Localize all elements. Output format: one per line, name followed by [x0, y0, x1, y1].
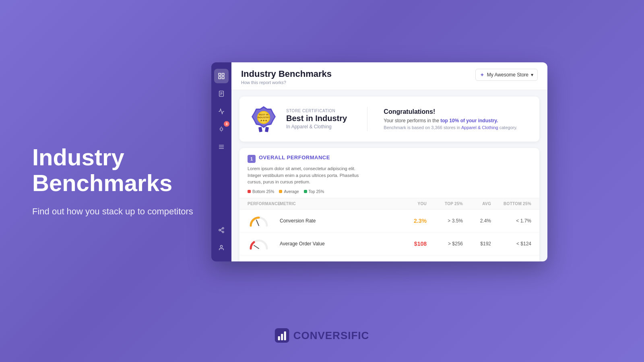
sidebar-icon-notification[interactable]: 3 — [214, 122, 229, 136]
gauge-conversion — [248, 214, 270, 228]
sidebar: 3 — [211, 62, 231, 261]
page-header: Industry Benchmarks How this report work… — [231, 62, 547, 90]
section1-title: OVERALL PERFORMANCE — [259, 154, 330, 160]
metric-avg: $192 — [463, 241, 491, 247]
sidebar-icon-user[interactable] — [214, 241, 229, 255]
svg-text:INDUSTRY: INDUSTRY — [258, 116, 270, 119]
legend-top25: Top 25% — [304, 189, 324, 194]
svg-rect-34 — [278, 336, 280, 340]
left-panel: Industry Benchmarks Find out how you sta… — [32, 144, 201, 218]
store-selector[interactable]: ✦ My Awesome Store ▾ — [475, 69, 538, 81]
legend-bottom25: Bottom 25% — [248, 189, 274, 194]
svg-rect-0 — [219, 73, 221, 75]
section1-number: 1 — [248, 155, 256, 163]
chevron-down-icon: ▾ — [531, 72, 533, 78]
sidebar-icon-list[interactable] — [214, 140, 229, 154]
svg-point-19 — [220, 245, 222, 247]
section-overall-performance: 1 OVERALL PERFORMANCE Lorem ipsum dolor … — [239, 148, 539, 261]
metric-bottom25: < $124 — [491, 241, 531, 247]
svg-point-16 — [222, 231, 224, 233]
cert-label: STORE CERTIFICATION — [286, 109, 359, 113]
svg-rect-27 — [258, 127, 262, 132]
sidebar-icon-chart[interactable] — [214, 69, 229, 83]
notification-badge: 3 — [224, 121, 229, 127]
metric-top25: > $256 — [427, 241, 463, 247]
hero-subtitle: Find out how you stack up to competitors — [32, 205, 201, 218]
sidebar-icon-activity[interactable] — [214, 104, 229, 119]
svg-rect-2 — [222, 77, 224, 79]
svg-rect-36 — [284, 331, 286, 340]
congrats-note: Benchmark is based on 3,366 stores in Ap… — [384, 125, 530, 130]
svg-line-17 — [221, 230, 223, 232]
svg-point-14 — [222, 227, 224, 229]
col-you: YOU — [394, 202, 427, 206]
svg-rect-28 — [265, 127, 269, 132]
certification-card: BEST IN INDUSTRY ★★★ STORE CERTIFICATION… — [239, 97, 539, 142]
svg-text:★★★: ★★★ — [260, 119, 267, 122]
section1-desc: Lorem ipsum dolor sit amet, consectetur … — [248, 165, 360, 185]
metric-you: 2.3% — [394, 218, 427, 224]
svg-line-29 — [256, 220, 259, 226]
store-name: My Awesome Store — [487, 72, 528, 78]
metric-bottom25: < 1.7% — [491, 218, 531, 224]
store-icon: ✦ — [480, 72, 485, 78]
section1-header: 1 OVERALL PERFORMANCE Lorem ipsum dolor … — [239, 148, 539, 198]
svg-line-18 — [221, 228, 223, 230]
cert-divider — [367, 107, 367, 131]
svg-text:BEST IN: BEST IN — [259, 113, 268, 116]
section1-legend: Bottom 25% Average Top 25% — [248, 189, 360, 198]
metric-avg: 2.4% — [463, 218, 491, 224]
cert-subtitle: In Apparel & Clothing — [286, 124, 359, 130]
main-content: Industry Benchmarks How this report work… — [231, 62, 547, 261]
metric-top25: > 3.5% — [427, 218, 463, 224]
svg-line-30 — [254, 245, 259, 249]
gauge-repeat — [248, 259, 270, 262]
gauge-aov — [248, 237, 270, 251]
metric-name: Conversion Rate — [280, 218, 394, 224]
table-row: Conversion Rate 2.3% > 3.5% 2.4% < 1.7% — [239, 210, 539, 232]
col-metric: METRIC — [280, 202, 394, 206]
metric-name: Average Order Value — [280, 241, 394, 247]
svg-rect-3 — [219, 77, 221, 79]
certification-badge: BEST IN INDUSTRY ★★★ — [249, 105, 278, 134]
congrats-text: Your store performs in the top 10% of yo… — [384, 118, 530, 123]
svg-point-15 — [219, 229, 221, 231]
app-window: 3 Industry Benchmark — [211, 62, 547, 261]
cert-info: STORE CERTIFICATION Best in Industry In … — [286, 109, 359, 130]
hero-title: Industry Benchmarks — [32, 144, 201, 196]
col-avg: AVG — [463, 202, 491, 206]
sidebar-icon-report[interactable] — [214, 86, 229, 101]
legend-avg: Average — [279, 189, 299, 194]
congrats-title: Congratulations! — [384, 108, 530, 115]
page-subtitle[interactable]: How this report works? — [241, 80, 332, 85]
col-bottom25: BOTTOM 25% — [491, 202, 531, 206]
congrats-section: Congratulations! Your store performs in … — [376, 108, 530, 130]
col-performance: PERFORMANCE — [248, 202, 280, 206]
brand-name: CONVERSIFIC — [293, 329, 369, 342]
table-row: Average Order Value $108 > $256 $192 < $… — [239, 232, 539, 255]
cert-title: Best in Industry — [286, 114, 359, 123]
brand-footer: CONVERSIFIC — [275, 328, 369, 343]
page-title: Industry Benchmarks — [241, 69, 332, 79]
svg-rect-1 — [222, 73, 224, 75]
col-top25: TOP 25% — [427, 202, 463, 206]
table-row: Repeat Revenue % 74% > 76% 57% < 39% — [239, 255, 539, 262]
table1-header: PERFORMANCE METRIC YOU TOP 25% AVG BOTTO… — [239, 198, 539, 210]
svg-point-8 — [220, 128, 223, 131]
sidebar-icon-share[interactable] — [214, 223, 229, 237]
metric-you: $108 — [394, 241, 427, 247]
svg-rect-35 — [281, 334, 283, 340]
